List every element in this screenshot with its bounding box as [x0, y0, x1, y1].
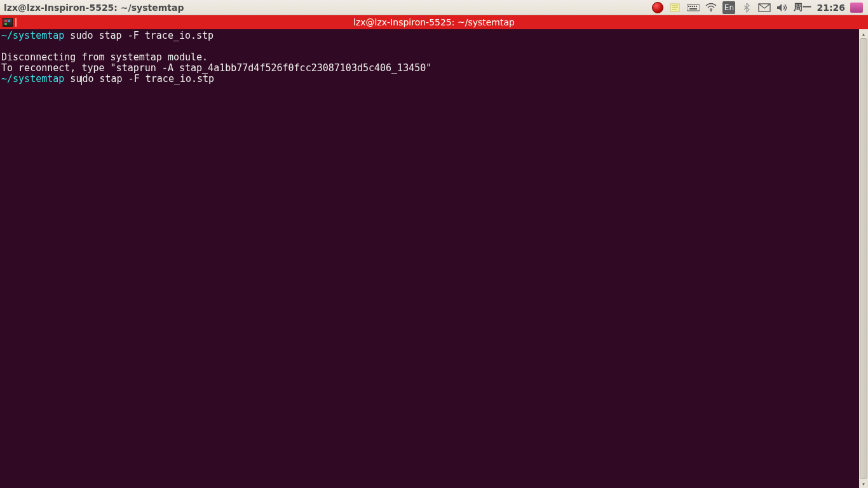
svg-rect-2 — [688, 6, 689, 7]
window-title: lzx@lzx-Inspiron-5525: ~/systemtap — [3, 3, 651, 13]
svg-rect-12 — [4, 23, 7, 25]
svg-rect-3 — [690, 6, 691, 7]
scroll-down-icon[interactable]: ▾ — [859, 479, 868, 488]
svg-rect-5 — [694, 6, 695, 7]
bluetooth-icon[interactable] — [740, 1, 753, 14]
window-control-icon[interactable] — [3, 18, 13, 27]
prompt-command: sudo stap -F trace_io.stp — [64, 30, 214, 41]
terminal-line — [1, 41, 867, 52]
clock-time[interactable]: 21:26 — [817, 3, 845, 13]
svg-rect-4 — [692, 6, 693, 7]
keyboard-icon[interactable] — [687, 1, 700, 14]
mail-icon[interactable] — [758, 1, 771, 14]
scrollbar-thumb[interactable] — [860, 38, 867, 479]
svg-rect-10 — [4, 20, 7, 22]
notes-icon[interactable] — [669, 1, 682, 14]
terminal-title: lzx@lzx-Inspiron-5525: ~/systemtap — [353, 17, 515, 27]
svg-rect-7 — [689, 8, 697, 10]
terminal-line: ~/systemtap sudo stap -F trace_io.stp — [1, 74, 867, 85]
prompt-path: ~/systemtap — [1, 73, 64, 85]
prompt-path: ~/systemtap — [1, 30, 64, 41]
terminal-body[interactable]: ~/systemtap sudo stap -F trace_io.stp Di… — [0, 29, 868, 488]
scrollbar[interactable]: ▴ ▾ — [859, 29, 868, 488]
svg-rect-11 — [8, 20, 10, 22]
terminal-line: To reconnect, type "staprun -A stap_4a1b… — [1, 63, 867, 74]
titlebar-controls — [0, 18, 17, 27]
terminal-line: Disconnecting from systemtap module. — [1, 52, 867, 63]
wifi-icon[interactable] — [705, 1, 717, 14]
clock-day[interactable]: 周一 — [794, 2, 811, 13]
terminal-line: ~/systemtap sudo stap -F trace_io.stp — [1, 30, 867, 41]
svg-rect-6 — [696, 6, 697, 7]
session-icon[interactable] — [850, 1, 863, 14]
top-panel: lzx@lzx-Inspiron-5525: ~/systemtap En 周一… — [0, 0, 868, 15]
record-icon[interactable] — [651, 1, 664, 14]
text-cursor — [81, 76, 82, 85]
scroll-up-icon[interactable]: ▴ — [859, 29, 868, 38]
svg-point-8 — [710, 10, 712, 11]
volume-icon[interactable] — [776, 1, 789, 14]
terminal-titlebar[interactable]: lzx@lzx-Inspiron-5525: ~/systemtap — [0, 15, 868, 29]
titlebar-cursor — [15, 18, 17, 27]
prompt-command: sudo stap -F trace_io.stp — [64, 73, 214, 85]
input-method-indicator[interactable]: En — [722, 1, 735, 14]
svg-rect-1 — [687, 4, 700, 11]
system-tray: En 周一 21:26 — [651, 1, 865, 14]
